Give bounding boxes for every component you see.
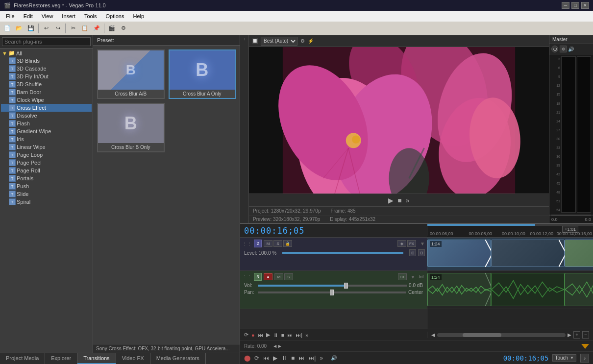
- sidebar-item-page-roll[interactable]: T Page Roll: [1, 167, 92, 174]
- tab-media-generators[interactable]: Media Generators: [150, 353, 206, 364]
- audio-expand-btn[interactable]: ▼: [411, 274, 416, 280]
- menu-options[interactable]: Options: [102, 12, 128, 20]
- touch-selector[interactable]: Touch ▼: [552, 354, 576, 362]
- zoom-out-btn[interactable]: −: [582, 331, 589, 339]
- sidebar-item-flash[interactable]: T Flash: [1, 120, 92, 127]
- sidebar-item-portals[interactable]: T Portals: [1, 174, 92, 182]
- stop-btn[interactable]: ■: [281, 332, 285, 338]
- sidebar-item-3d-shuffle[interactable]: T 3D Shuffle: [1, 80, 92, 88]
- sidebar-item-page-peel[interactable]: T Page Peel: [1, 159, 92, 167]
- sidebar-item-barn-door[interactable]: T Barn Door: [1, 88, 92, 96]
- menu-edit[interactable]: Edit: [20, 12, 37, 20]
- vol-fader[interactable]: [258, 285, 407, 287]
- scroll-left-btn[interactable]: ◀: [431, 332, 435, 338]
- titlebar-right[interactable]: ─ □ ✕: [562, 2, 589, 9]
- audio-track-drag[interactable]: ⋮⋮: [242, 274, 252, 280]
- audio-clip-2[interactable]: [491, 273, 565, 306]
- pan-fader[interactable]: [258, 291, 406, 293]
- sidebar-item-dissolve[interactable]: T Dissolve: [1, 112, 92, 120]
- video-clip-3[interactable]: [565, 240, 593, 267]
- track-level-fader[interactable]: [282, 252, 403, 254]
- more-btns[interactable]: »: [305, 332, 308, 338]
- composite-icon[interactable]: ◈: [397, 240, 406, 247]
- audio-fx-btn[interactable]: FX: [398, 273, 407, 280]
- sidebar-item-cross-effect[interactable]: T Cross Effect: [1, 104, 92, 112]
- paste-button[interactable]: 📌: [91, 23, 102, 34]
- quality-selector[interactable]: Best (Auto): [261, 37, 297, 46]
- scroll-right-btn[interactable]: ▶: [568, 332, 571, 338]
- next-frame-btn[interactable]: ⏭: [287, 332, 293, 338]
- tab-video-fx[interactable]: Video FX: [116, 353, 150, 364]
- preview-more-btn[interactable]: »: [406, 196, 410, 204]
- prev-frame-btn[interactable]: ⏮: [258, 332, 263, 338]
- search-input[interactable]: [2, 37, 91, 46]
- loop-btn[interactable]: ⟳: [244, 332, 248, 338]
- audio-output-btn[interactable]: ♪: [580, 354, 589, 363]
- minimize-button[interactable]: ─: [562, 2, 569, 9]
- copy-button[interactable]: 📋: [79, 23, 90, 34]
- preset-cross-blur-ab[interactable]: B Cross Blur A/B: [97, 49, 165, 99]
- sidebar-item-3d-fly[interactable]: T 3D Fly In/Out: [1, 73, 92, 80]
- sidebar-item-clock-wipe[interactable]: T Clock Wipe: [1, 96, 92, 104]
- play-btn[interactable]: ▶: [266, 332, 270, 338]
- sidebar-item-gradient-wipe[interactable]: T Gradient Wipe: [1, 127, 92, 135]
- loop-btn-bottom[interactable]: ⟳: [254, 355, 259, 362]
- scrollbar-thumb[interactable]: [463, 333, 501, 337]
- render-button[interactable]: 🎬: [106, 23, 117, 34]
- track-expand-btn[interactable]: ▼: [420, 241, 425, 246]
- preset-cross-blur-a-only[interactable]: B Cross Blur A Only: [169, 49, 236, 99]
- sidebar-item-page-loop[interactable]: T Page Loop: [1, 151, 92, 159]
- sidebar-item-slide[interactable]: T Slide: [1, 190, 92, 198]
- preview-snap-icon[interactable]: ⚡: [308, 38, 314, 44]
- preview-settings-icon[interactable]: ⚙: [300, 38, 305, 44]
- menu-file[interactable]: File: [2, 12, 19, 20]
- track-solo-btn[interactable]: S: [273, 240, 282, 247]
- sidebar-item-spiral[interactable]: T Spiral: [1, 198, 92, 206]
- audio-clip-1[interactable]: 1:24: [427, 273, 491, 306]
- menu-tools[interactable]: Tools: [80, 12, 101, 20]
- sidebar-item-linear-wipe[interactable]: T Linear Wipe: [1, 143, 92, 151]
- tab-project-media[interactable]: Project Media: [0, 353, 45, 364]
- master-settings-btn[interactable]: ⚙: [560, 46, 567, 52]
- fx-btn[interactable]: FX: [407, 240, 416, 247]
- track-resize-btn[interactable]: ⊞: [409, 249, 416, 256]
- zoom-in-btn[interactable]: +: [573, 331, 580, 339]
- track-mute-btn[interactable]: M: [264, 240, 272, 247]
- track-lock-btn[interactable]: 🔒: [283, 240, 292, 247]
- save-button[interactable]: 💾: [25, 23, 36, 34]
- vol-handle[interactable]: [344, 283, 348, 289]
- track-drag-handle[interactable]: ⋮⋮: [242, 241, 252, 246]
- menu-view[interactable]: View: [38, 12, 57, 20]
- master-power-btn[interactable]: ⏻: [551, 46, 558, 52]
- cut-button[interactable]: ✂: [68, 23, 78, 34]
- go-end-btn[interactable]: ⏭|: [296, 332, 302, 338]
- sidebar-item-iris[interactable]: T Iris: [1, 135, 92, 143]
- open-button[interactable]: 📂: [14, 23, 25, 34]
- next-btn-bottom[interactable]: ⏭: [298, 355, 304, 362]
- redo-button[interactable]: ↪: [52, 23, 63, 34]
- tree-root-all[interactable]: ▼ 📁 All: [1, 49, 92, 57]
- prev-btn-bottom[interactable]: ⏮: [263, 355, 269, 362]
- properties-button[interactable]: ⚙: [118, 23, 129, 34]
- menu-insert[interactable]: Insert: [58, 12, 79, 20]
- undo-button[interactable]: ↩: [41, 23, 51, 34]
- new-button[interactable]: 📄: [2, 23, 13, 34]
- preset-cross-blur-b-only[interactable]: B Cross Blur B Only: [97, 103, 165, 152]
- transport-more-btn[interactable]: »: [320, 355, 323, 362]
- video-clip-1[interactable]: 1:24: [427, 240, 491, 267]
- track-resize-btn2[interactable]: ⊟: [418, 249, 425, 256]
- close-button[interactable]: ✕: [581, 2, 589, 9]
- record-btn-bottom[interactable]: ⬤: [244, 355, 250, 362]
- menu-help[interactable]: Help: [129, 12, 148, 20]
- pan-handle[interactable]: [330, 290, 334, 295]
- rate-arrows[interactable]: ◄►: [272, 343, 282, 349]
- video-clip-2[interactable]: [491, 240, 565, 267]
- audio-track-record-btn[interactable]: ●: [264, 273, 272, 280]
- timeline-scrollbar-h[interactable]: [437, 333, 566, 337]
- record-btn[interactable]: ●: [251, 332, 255, 338]
- audio-clip-3[interactable]: [565, 273, 593, 306]
- tab-explorer[interactable]: Explorer: [45, 353, 77, 364]
- track-content[interactable]: 1:24: [427, 238, 593, 329]
- track-composite-btn[interactable]: ◈ FX: [397, 240, 416, 247]
- audio-solo-btn[interactable]: S: [284, 273, 293, 280]
